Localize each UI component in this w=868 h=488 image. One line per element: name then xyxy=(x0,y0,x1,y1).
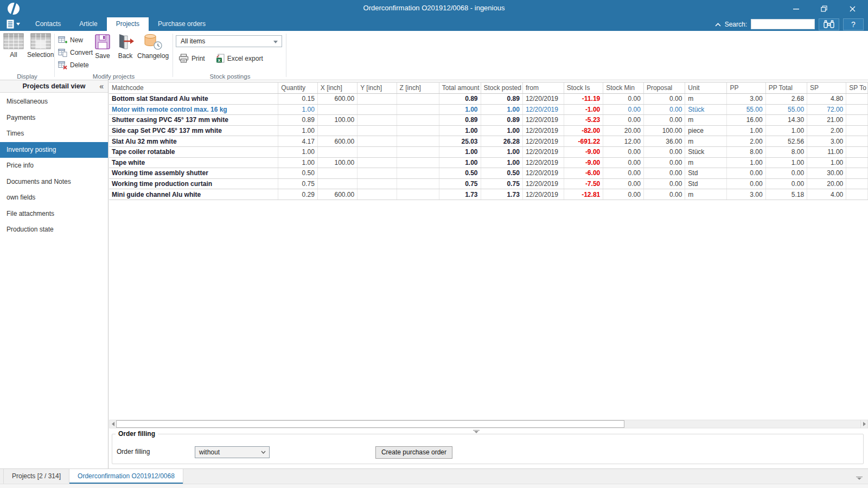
sidebar-item-price-info[interactable]: Price info xyxy=(0,158,108,174)
cell-from: 12/20/2019 xyxy=(522,178,564,189)
column-header-pp_total[interactable]: PP Total xyxy=(765,82,807,94)
cell-sp: 30.00 xyxy=(807,168,846,179)
table-row[interactable]: Motor with remote control max. 16 kg1.00… xyxy=(109,104,868,115)
print-button[interactable]: Print xyxy=(178,54,205,63)
chevron-down-icon xyxy=(273,41,278,43)
cell-pp_total: 0.00 xyxy=(765,178,807,189)
table-row[interactable]: Working time production curtain0.750.750… xyxy=(109,178,868,189)
cell-y_inch xyxy=(358,168,397,179)
cell-unit: piece xyxy=(685,125,727,136)
column-header-unit[interactable]: Unit xyxy=(685,82,727,94)
cell-stock_is: -7.50 xyxy=(564,178,603,189)
collapse-ribbon-icon[interactable] xyxy=(715,21,721,28)
column-header-quantity[interactable]: Quantity xyxy=(278,82,318,94)
selection-button[interactable]: Selection xyxy=(27,33,54,59)
document-tab-orderconfirmation-o201912-0068[interactable]: Orderconfirmation O201912/0068 xyxy=(69,469,183,484)
stock-filter-dropdown[interactable]: All items xyxy=(176,35,282,47)
table-row[interactable]: Shutter casing PVC 45° 137 mm white0.891… xyxy=(109,115,868,126)
excel-export-button-label: Excel export xyxy=(227,55,263,62)
new-button[interactable]: New xyxy=(58,35,93,45)
back-button[interactable]: Back xyxy=(116,33,135,60)
nav-tab-purchase-orders[interactable]: Purchase orders xyxy=(149,17,215,31)
create-purchase-order-button[interactable]: Create purchase order xyxy=(375,446,452,459)
scroll-right-icon[interactable] xyxy=(860,420,867,428)
cell-pp: 0.00 xyxy=(727,178,765,189)
sidebar-item-payments[interactable]: Payments xyxy=(0,110,108,126)
sidebar-collapse-icon[interactable]: « xyxy=(99,80,104,93)
sidebar-item-own-fields[interactable]: own fields xyxy=(0,190,108,206)
back-button-label: Back xyxy=(118,52,133,60)
app-menu-icon[interactable] xyxy=(7,18,22,30)
cell-total_amount: 1.00 xyxy=(439,157,481,168)
cell-pp_total: 55.00 xyxy=(765,104,807,115)
column-header-stock_min[interactable]: Stock Min xyxy=(603,82,644,94)
cell-from: 12/20/2019 xyxy=(522,146,564,157)
column-header-from[interactable]: from xyxy=(522,82,564,94)
help-button[interactable]: ? xyxy=(843,18,864,30)
sidebar-item-documents-and-notes[interactable]: Documents and Notes xyxy=(0,174,108,190)
column-header-total_amount[interactable]: Total amount xyxy=(439,82,481,94)
cell-quantity: 1.00 xyxy=(278,104,318,115)
nav-tab-projects[interactable]: Projects xyxy=(107,17,149,31)
order-filling-select[interactable]: without xyxy=(195,446,270,458)
close-icon[interactable] xyxy=(844,2,860,16)
cell-pp_total: 1.00 xyxy=(765,125,807,136)
column-header-y_inch[interactable]: Y [inch] xyxy=(358,82,397,94)
column-header-stock_is[interactable]: Stock Is xyxy=(564,82,603,94)
sidebar-item-miscellaneous[interactable]: Miscellaneous xyxy=(0,94,108,110)
sidebar-item-file-attachments[interactable]: File attachments xyxy=(0,206,108,222)
sidebar-item-production-state[interactable]: Production state xyxy=(0,222,108,238)
order-filling-select-value: without xyxy=(199,448,220,456)
save-button[interactable]: Save xyxy=(94,33,111,60)
new-button-label: New xyxy=(70,36,83,44)
nav-tab-article[interactable]: Article xyxy=(70,17,106,31)
cell-pp_total: 14.30 xyxy=(765,115,807,126)
cell-unit: Stück xyxy=(685,104,727,115)
panel-splitter-handle[interactable] xyxy=(473,430,480,433)
advanced-search-button[interactable] xyxy=(819,18,839,30)
changelog-button[interactable]: Changelog xyxy=(137,33,169,60)
table-row[interactable]: Tape white1.00100.001.001.0012/20/2019-9… xyxy=(109,157,868,168)
cell-sp_total xyxy=(846,157,868,168)
chevron-down-icon xyxy=(261,451,266,454)
cell-x_inch xyxy=(317,146,357,157)
cell-x_inch xyxy=(317,104,357,115)
cell-z_inch xyxy=(397,157,439,168)
table-row[interactable]: Slat Alu 32 mm white4.17600.0025.0326.28… xyxy=(109,136,868,147)
cell-sp: 1.00 xyxy=(807,157,846,168)
excel-export-button[interactable]: X Excel export xyxy=(215,54,263,63)
main-nav-bar: ContactsArticleProjectsPurchase orders S… xyxy=(0,17,868,31)
column-header-sp_total[interactable]: SP To xyxy=(846,82,868,94)
column-header-stock_posted[interactable]: Stock posted xyxy=(481,82,522,94)
cell-unit: m xyxy=(685,115,727,126)
cell-sp_total xyxy=(846,168,868,179)
table-row[interactable]: Bottom slat Standard Alu white0.15600.00… xyxy=(109,94,868,105)
nav-tab-contacts[interactable]: Contacts xyxy=(26,17,70,31)
horizontal-scrollbar[interactable] xyxy=(109,420,868,428)
document-tab-projects-2-314[interactable]: Projects [2 / 314] xyxy=(3,469,69,484)
cell-total_amount: 1.00 xyxy=(439,125,481,136)
column-header-sp[interactable]: SP xyxy=(807,82,846,94)
table-row[interactable]: Mini guide channel Alu white0.29600.001.… xyxy=(109,189,868,200)
scrollbar-thumb[interactable] xyxy=(116,420,624,428)
table-row[interactable]: Side cap Set PVC 45° 137 mm white1.001.0… xyxy=(109,125,868,136)
column-header-pp[interactable]: PP xyxy=(727,82,765,94)
column-header-z_inch[interactable]: Z [inch] xyxy=(397,82,439,94)
search-input[interactable] xyxy=(751,19,815,29)
delete-button[interactable]: Delete xyxy=(58,60,93,70)
all-button[interactable]: All xyxy=(3,33,24,59)
column-header-matchcode[interactable]: Matchcode xyxy=(109,82,278,94)
table-row[interactable]: Tape coiler rotatable1.001.001.0012/20/2… xyxy=(109,146,868,157)
cell-stock_posted: 1.00 xyxy=(481,157,522,168)
sidebar-item-times[interactable]: Times xyxy=(0,126,108,142)
column-header-proposal[interactable]: Proposal xyxy=(643,82,685,94)
cell-unit: m xyxy=(685,136,727,147)
sidebar-item-inventory-posting[interactable]: Inventory posting xyxy=(0,142,108,158)
minimize-icon[interactable] xyxy=(788,2,804,16)
restore-icon[interactable] xyxy=(816,2,832,16)
convert-icon xyxy=(58,48,67,57)
corner-grip-icon[interactable] xyxy=(856,477,863,480)
column-header-x_inch[interactable]: X [inch] xyxy=(317,82,357,94)
convert-button[interactable]: Convert xyxy=(58,47,93,57)
table-row[interactable]: Working time assembly shutter0.500.500.5… xyxy=(109,168,868,179)
